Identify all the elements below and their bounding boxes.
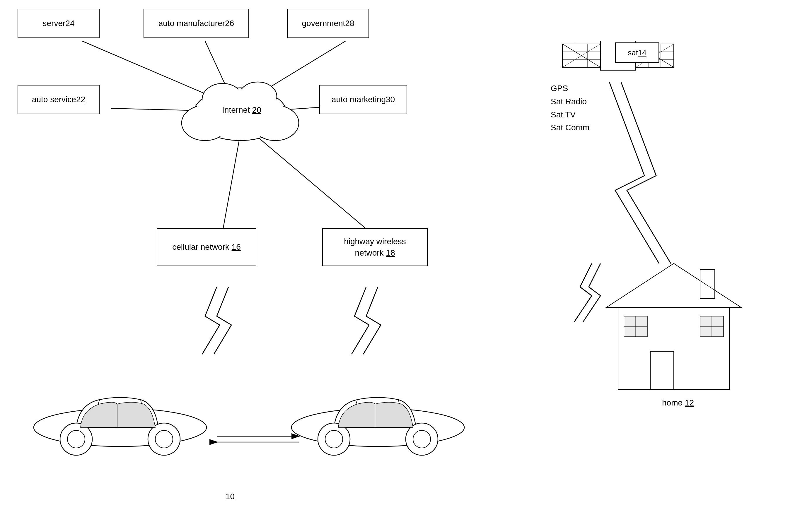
car2 — [291, 397, 464, 455]
svg-point-25 — [67, 430, 85, 448]
cellular-network-box: cellular network 16 — [157, 228, 256, 266]
svg-marker-53 — [606, 264, 741, 307]
svg-point-35 — [413, 430, 431, 448]
diagram-container: { "boxes": { "server": { "label": "serve… — [0, 0, 812, 510]
server-box: server 24 — [18, 9, 99, 38]
svg-point-27 — [155, 430, 173, 448]
car1 — [34, 397, 206, 455]
auto-manufacturer-box: auto manufacturer 26 — [144, 9, 249, 38]
home-illustration — [606, 264, 741, 389]
svg-rect-54 — [700, 269, 715, 299]
diagram-number: 10 — [226, 492, 235, 501]
svg-line-5 — [223, 135, 240, 231]
svg-point-33 — [325, 430, 343, 448]
svg-line-6 — [255, 135, 369, 231]
svg-rect-55 — [650, 351, 674, 389]
highway-wireless-box: highway wirelessnetwork 18 — [322, 228, 428, 266]
internet-label: Internet 20 — [220, 106, 264, 115]
home-label: home 12 — [662, 398, 694, 408]
sat-services-label: GPS Sat Radio Sat TV Sat Comm — [551, 82, 589, 134]
government-box: government 28 — [287, 9, 369, 38]
auto-marketing-box: auto marketing 30 — [319, 85, 407, 114]
auto-service-box: auto service 22 — [18, 85, 99, 114]
sat-box: sat 14 — [615, 42, 659, 63]
